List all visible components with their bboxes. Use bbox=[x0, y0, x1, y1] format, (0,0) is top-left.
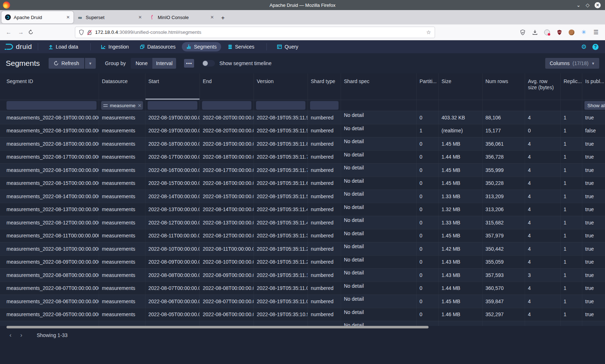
cell-segment-id: measurements_2022-08-14T00:00:00.000Z... bbox=[0, 190, 99, 203]
column-header-num-rows[interactable]: Num rows bbox=[483, 73, 525, 100]
cell-version: 2022-08-19T05:35:11.7... bbox=[254, 164, 308, 177]
horizontal-scrollbar[interactable] bbox=[0, 326, 605, 329]
cell-start: 2022-08-17T00:00:00.0... bbox=[145, 151, 200, 164]
cell-size: 1.44 MB bbox=[439, 282, 483, 295]
back-button[interactable]: ← bbox=[4, 29, 14, 36]
datasource-filter-chip[interactable]: measureme ✕ bbox=[101, 101, 143, 110]
column-header-datasource[interactable]: Datasource bbox=[99, 73, 145, 100]
group-by-none-button[interactable]: None bbox=[131, 58, 152, 69]
column-header-avg-row-size[interactable]: Avg. row size (bytes) bbox=[525, 73, 561, 100]
tab-close-icon[interactable]: ✕ bbox=[210, 15, 214, 20]
url-text[interactable]: 172.18.0.4:30899/unified-console.html#se… bbox=[95, 29, 424, 35]
cell-version: 2022-08-19T05:35:11.6... bbox=[254, 177, 308, 190]
cell-size: 1.43 MB bbox=[439, 256, 483, 269]
menu-icon[interactable]: ☰ bbox=[593, 29, 599, 36]
tab-close-icon[interactable]: ✕ bbox=[66, 15, 70, 20]
refresh-dropdown-button[interactable]: ▼ bbox=[85, 58, 96, 69]
start-filter-input[interactable] bbox=[148, 101, 197, 110]
divider bbox=[90, 43, 91, 50]
ublock-icon[interactable]: U0 bbox=[556, 29, 563, 36]
segment-timeline-toggle[interactable] bbox=[202, 60, 215, 67]
new-tab-button[interactable]: + bbox=[221, 14, 225, 22]
column-header-shard-spec[interactable]: Shard spec bbox=[341, 73, 417, 100]
settings-gear-icon[interactable]: ⚙ bbox=[581, 43, 587, 51]
is-published-filter-select[interactable]: Show all bbox=[584, 101, 605, 110]
nav-item-ingestion[interactable]: Ingestion bbox=[97, 42, 133, 51]
protections-shield-icon[interactable] bbox=[519, 29, 526, 36]
version-filter-input[interactable] bbox=[256, 101, 305, 110]
tab-minio-console[interactable]: MinIO Console ✕ bbox=[145, 11, 218, 23]
refresh-button[interactable]: Refresh bbox=[49, 58, 84, 69]
remove-filter-icon[interactable]: ✕ bbox=[138, 103, 142, 108]
url-bar[interactable]: 172.18.0.4:30899/unified-console.html#se… bbox=[75, 27, 435, 38]
cell-replicas: 1 bbox=[561, 151, 582, 164]
column-header-end[interactable]: End bbox=[200, 73, 254, 100]
shard-type-filter-input[interactable] bbox=[310, 101, 339, 110]
group-by-interval-button[interactable]: Interval bbox=[152, 58, 176, 69]
window-close-icon[interactable]: ✕ bbox=[595, 2, 601, 8]
downloads-icon[interactable] bbox=[532, 29, 538, 36]
cell-shard-spec: No detail bbox=[341, 256, 417, 269]
table-body: measurements_2022-08-19T00:00:00.000Z...… bbox=[0, 111, 605, 326]
nav-item-segments[interactable]: Segments bbox=[182, 42, 221, 51]
columns-count: (17/18) bbox=[573, 60, 588, 66]
tab-superset[interactable]: ∞ Superset ✕ bbox=[73, 11, 145, 23]
end-filter-input[interactable] bbox=[202, 101, 251, 110]
nav-item-load-data[interactable]: Load data bbox=[44, 42, 82, 51]
cell-end: 2022-08-10T00:00:00.0... bbox=[200, 256, 254, 269]
cell-shard-spec: No detail bbox=[341, 321, 417, 326]
nav-item-query[interactable]: Query bbox=[273, 42, 302, 51]
cell-version: 2022-08-19T05:35:11.5... bbox=[254, 190, 308, 203]
cell-shard-spec: No detail bbox=[341, 111, 417, 124]
druid-logo[interactable]: druid bbox=[4, 43, 32, 51]
column-header-is-published[interactable]: Is publ... bbox=[582, 73, 605, 100]
column-header-shard-type[interactable]: Shard type bbox=[308, 73, 341, 100]
window-minimize-icon[interactable]: ⌄ bbox=[576, 3, 581, 8]
columns-button[interactable]: Columns (17/18) ▼ bbox=[545, 58, 599, 69]
cell-segment-id: measurements_2022-08-15T00:00:00.000Z... bbox=[0, 177, 99, 190]
cell-shard-spec: No detail bbox=[341, 151, 417, 164]
cell-shard-type: numbered bbox=[308, 229, 341, 242]
reload-button[interactable] bbox=[28, 29, 38, 35]
tab-apache-druid[interactable]: Ɔ Apache Druid ✕ bbox=[1, 11, 73, 23]
table-row: measurements_2022-08-07T00:00:00.000Z...… bbox=[0, 282, 605, 295]
previous-page-button[interactable]: ‹ bbox=[6, 332, 15, 339]
segment-id-filter-input[interactable] bbox=[6, 101, 97, 110]
refresh-icon bbox=[54, 61, 59, 66]
shield-icon[interactable] bbox=[79, 29, 84, 35]
cell-shard-type: numbered bbox=[308, 164, 341, 177]
column-header-replicas[interactable]: Replic... bbox=[561, 73, 582, 100]
column-header-version[interactable]: Version bbox=[254, 73, 308, 100]
column-header-size[interactable]: Size bbox=[439, 73, 483, 100]
cell-shard-type: numbered bbox=[308, 269, 341, 282]
cookie-icon[interactable] bbox=[568, 29, 575, 36]
column-header-partition[interactable]: Partiti... bbox=[417, 73, 439, 100]
forward-button[interactable]: → bbox=[16, 29, 26, 36]
cell-segment-id: measurements_2022-08-12T00:00:00.000Z... bbox=[0, 216, 99, 229]
cell-avg-row-size: 4 bbox=[525, 242, 561, 255]
ingestion-icon bbox=[101, 44, 106, 49]
window-maximize-icon[interactable]: ◇ bbox=[586, 3, 590, 8]
column-header-start[interactable]: Start bbox=[145, 73, 200, 100]
pagination-bar: ‹ › Showing 1-33 bbox=[0, 329, 605, 342]
cell-shard-spec: No detail bbox=[341, 164, 417, 177]
nav-item-services[interactable]: Services bbox=[223, 42, 259, 51]
table-row: measurements_2022-08-19T00:00:00.000Z...… bbox=[0, 124, 605, 137]
help-icon[interactable]: ? bbox=[592, 44, 599, 50]
next-page-button[interactable]: › bbox=[17, 332, 26, 339]
scrollbar-thumb[interactable] bbox=[6, 326, 429, 328]
bookmark-star-icon[interactable]: ☆ bbox=[426, 29, 431, 36]
column-header-segment-id[interactable]: Segment ID bbox=[0, 73, 99, 100]
cell-size: 1.46 MB bbox=[439, 308, 483, 321]
container-icon[interactable]: ✳ bbox=[581, 29, 587, 36]
segment-timeline-label: Show segment timeline bbox=[219, 60, 272, 66]
insecure-lock-icon[interactable] bbox=[87, 29, 92, 35]
more-options-button[interactable]: ••• bbox=[184, 59, 194, 68]
cell-partition: 0 bbox=[417, 164, 439, 177]
cell-version: 2022-08-19T05:35:11.9... bbox=[254, 111, 308, 124]
tab-close-icon[interactable]: ✕ bbox=[138, 15, 142, 20]
nav-item-datasources[interactable]: Datasources bbox=[135, 42, 180, 51]
cell-shard-spec: No detail bbox=[341, 242, 417, 255]
extension-icon[interactable] bbox=[544, 29, 550, 36]
cell-datasource: measurements bbox=[99, 282, 145, 295]
